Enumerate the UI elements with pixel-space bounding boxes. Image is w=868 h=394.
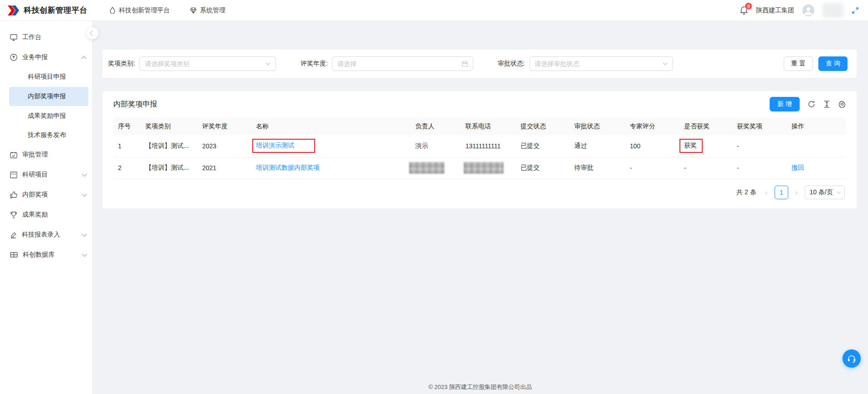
sidebar-item-achievement-reward-declare[interactable]: 成果奖励申报 [0, 106, 92, 126]
sidebar-item-business-declare[interactable]: 业务申报 [0, 47, 92, 67]
cell-actions [788, 135, 846, 157]
app-header: 科技创新管理平台 科技创新管理平台 系统管理 [0, 0, 868, 21]
sidebar-item-approval-management[interactable]: 审批管理 [0, 145, 92, 165]
database-icon [10, 252, 18, 258]
sidebar-item-tech-service-publish[interactable]: 技术服务发布 [0, 126, 92, 145]
nav-item-platform[interactable]: 科技创新管理平台 [109, 6, 170, 15]
fullscreen-icon[interactable] [852, 7, 859, 14]
award-name-link[interactable]: 培训测试数据内部奖项 [256, 164, 320, 171]
search-button[interactable]: 查 询 [818, 56, 848, 71]
nav-item-system[interactable]: 系统管理 [190, 6, 225, 15]
chevron-down-icon [82, 232, 87, 237]
headset-icon [847, 354, 856, 363]
sidebar: 工作台 业务申报 科研项目申报 内部奖项申报 成果奖励申报 技术服务发布 [0, 21, 92, 394]
filter-label: 审批状态: [498, 60, 525, 68]
cell-approval-status: 通过 [571, 135, 626, 157]
project-icon [10, 172, 17, 178]
cell-index: 2 [113, 157, 142, 179]
main-content: 奖项类别: 评奖年度: [92, 21, 868, 394]
nav-item-label: 系统管理 [200, 6, 225, 15]
award-year-input[interactable] [337, 60, 459, 67]
col-name: 名称 [252, 117, 412, 135]
pagination-page-1[interactable]: 1 [775, 186, 788, 199]
award-year-picker[interactable] [332, 56, 473, 71]
approval-status-select[interactable] [529, 56, 673, 71]
logo-icon [7, 5, 19, 15]
company-name: 陕西建工集团 [756, 6, 794, 15]
column-height-icon[interactable] [823, 101, 830, 108]
settings-icon[interactable] [838, 101, 846, 108]
cell-award-item: - [733, 135, 788, 157]
approval-status-input[interactable] [535, 60, 660, 67]
award-category-select[interactable] [139, 56, 276, 71]
col-score: 专家评分 [626, 117, 680, 135]
avatar[interactable] [802, 5, 814, 16]
footer-copyright: © 2023 陕西建工控股集团有限公司出品 [92, 383, 868, 391]
sidebar-item-achievement-reward[interactable]: 成果奖励 [0, 205, 92, 225]
sidebar-item-workbench[interactable]: 工作台 [0, 27, 92, 47]
nav-item-label: 科技创新管理平台 [119, 6, 170, 15]
sidebar-collapse-button[interactable] [87, 27, 98, 39]
sidebar-item-label: 业务申报 [22, 53, 77, 61]
sidebar-item-research-project-declare[interactable]: 科研项目申报 [0, 67, 92, 86]
internal-award-table: 序号 奖项类别 评奖年度 名称 负责人 联系电话 提交状态 审批状态 专家评分 … [113, 117, 846, 179]
refresh-icon[interactable] [808, 101, 815, 108]
sidebar-item-research-project[interactable]: 科研项目 [0, 165, 92, 185]
sidebar-item-internal-award-declare[interactable]: 内部奖项申报 [9, 87, 88, 106]
notification-bell[interactable]: 9 [740, 6, 748, 15]
sidebar-item-label: 内部奖项 [22, 191, 77, 199]
trophy-icon [10, 212, 17, 218]
page-title: 内部奖项申报 [113, 100, 157, 109]
cell-year: 2021 [199, 157, 252, 179]
approval-icon [10, 152, 17, 158]
sidebar-item-internal-award[interactable]: 内部奖项 [0, 185, 92, 205]
table-card-header: 内部奖项申报 新 增 [113, 91, 846, 117]
cell-name: 培训测试数据内部奖项 [252, 157, 412, 179]
cell-awarded: 获奖 [680, 135, 733, 157]
user-name-redacted[interactable] [822, 3, 843, 18]
calendar-icon [462, 61, 468, 67]
table-toolbar: 新 增 [770, 97, 846, 111]
droplet-icon [109, 7, 116, 14]
award-category-input[interactable] [145, 60, 263, 67]
pagination-prev-icon[interactable]: ‹ [763, 188, 770, 196]
sidebar-item-tech-report-entry[interactable]: 科技报表录入 [0, 225, 92, 245]
cell-actions: 撤回 [788, 157, 846, 179]
chevron-down-icon [82, 252, 87, 257]
top-nav: 科技创新管理平台 系统管理 [109, 6, 225, 15]
app-title: 科技创新管理平台 [24, 5, 87, 15]
reset-button[interactable]: 重 置 [784, 56, 813, 71]
sidebar-item-innovation-database[interactable]: 科创数据库 [0, 245, 92, 265]
pagination-next-icon[interactable]: › [793, 188, 800, 196]
gem-icon [190, 7, 197, 14]
logo: 科技创新管理平台 [7, 5, 87, 15]
col-actions: 操作 [788, 117, 846, 135]
col-index: 序号 [113, 117, 142, 135]
annotation-box: 培训演示测试 [252, 139, 315, 153]
chevron-down-icon [82, 172, 87, 177]
notification-badge: 9 [745, 2, 752, 10]
cell-owner: 演示 [412, 135, 462, 157]
internal-award-table-card: 内部奖项申报 新 增 [102, 91, 857, 208]
filter-actions: 重 置 查 询 [784, 56, 848, 71]
filter-award-year: 评奖年度: [301, 56, 473, 71]
add-button[interactable]: 新 增 [770, 97, 800, 111]
table-row: 1 【培训】测试... 2023 培训演示测试 演示 13111111111 已… [113, 135, 846, 157]
customer-service-button[interactable] [842, 349, 861, 368]
sidebar-subitem-label: 科研项目申报 [28, 73, 66, 81]
redacted-owner [409, 162, 444, 174]
chevron-up-icon [81, 56, 86, 61]
cell-phone: 13111111111 [462, 135, 517, 157]
col-category: 奖项类别 [142, 117, 199, 135]
chevron-left-icon [90, 30, 95, 35]
col-year: 评奖年度 [199, 117, 252, 135]
sidebar-item-label: 成果奖励 [22, 211, 86, 219]
withdraw-link[interactable]: 撤回 [791, 164, 804, 171]
col-owner: 负责人 [412, 117, 462, 135]
cell-awarded: - [680, 157, 733, 179]
cell-year: 2023 [199, 135, 252, 157]
award-name-link[interactable]: 培训演示测试 [256, 141, 294, 149]
page-size-select[interactable]: 10 条/页 [805, 186, 845, 199]
sidebar-subitem-label: 技术服务发布 [28, 131, 66, 139]
redacted-phone [464, 162, 504, 174]
